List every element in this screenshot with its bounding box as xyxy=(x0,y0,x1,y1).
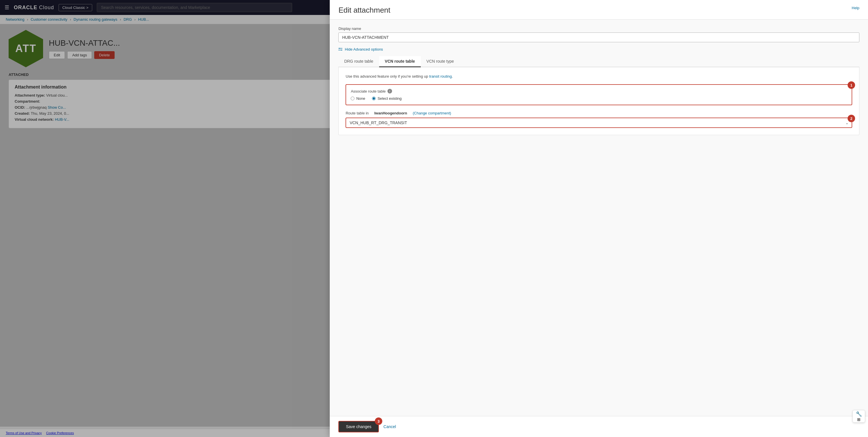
route-table-label-prefix: Route table in xyxy=(345,111,369,115)
route-table-compartment-name: IwanHoogendoorn xyxy=(374,111,407,115)
help-widget[interactable]: 🔧 ⊞ xyxy=(852,410,865,423)
route-table-select-wrapper: 2 VCN_HUB_RT_DRG_TRANSIT ⌄ xyxy=(345,118,852,128)
display-name-input[interactable] xyxy=(338,32,859,42)
help-widget-grid-icon: ⊞ xyxy=(857,417,861,422)
display-name-label: Display name xyxy=(338,26,859,31)
transit-routing-link[interactable]: transit routing xyxy=(429,74,452,79)
panel-header: Edit attachment Help xyxy=(330,0,868,20)
panel-body: Display name Hide Advanced options DRG r… xyxy=(330,20,868,416)
radio-none-label: None xyxy=(356,96,365,100)
radio-none-input[interactable] xyxy=(351,96,354,100)
associate-radio-group: None Select existing xyxy=(351,96,847,100)
help-widget-top-icon: 🔧 xyxy=(856,411,862,417)
route-table-tabs: DRG route table VCN route table VCN rout… xyxy=(338,56,859,67)
cancel-button[interactable]: Cancel xyxy=(383,424,396,427)
panel-footer: 3 Save changes Cancel xyxy=(330,416,868,427)
info-tooltip-icon[interactable]: i xyxy=(388,89,392,93)
radio-select-existing-label: Select existing xyxy=(377,96,402,100)
step-badge-2: 2 xyxy=(847,115,855,122)
sliders-icon xyxy=(338,47,343,52)
advanced-options-toggle[interactable]: Hide Advanced options xyxy=(338,47,859,52)
save-changes-button[interactable]: Save changes xyxy=(338,421,379,427)
save-button-container: 3 Save changes xyxy=(338,421,379,427)
radio-select-existing-option[interactable]: Select existing xyxy=(372,96,402,100)
route-table-label: Route table in IwanHoogendoorn (Change c… xyxy=(345,111,852,115)
step-badge-3: 3 xyxy=(375,417,382,425)
associate-route-table-label: Associate route table i xyxy=(351,89,847,93)
tab-content-vcn-route-table: Use this advanced feature only if you're… xyxy=(338,67,859,135)
tab-drg-route-table[interactable]: DRG route table xyxy=(338,56,379,67)
radio-select-existing-input[interactable] xyxy=(372,96,376,100)
edit-attachment-panel: Edit attachment Help Display name Hide A… xyxy=(330,0,868,427)
advanced-options-label: Hide Advanced options xyxy=(345,47,383,52)
tab-vcn-route-table[interactable]: VCN route table xyxy=(379,56,421,67)
tab-vcn-route-type[interactable]: VCN route type xyxy=(421,56,460,67)
route-table-select[interactable]: VCN_HUB_RT_DRG_TRANSIT xyxy=(346,118,851,127)
tab-info-text: Use this advanced feature only if you're… xyxy=(345,74,852,79)
step-badge-1: 1 xyxy=(847,81,855,89)
associate-route-table-section: 1 Associate route table i None Select ex… xyxy=(345,84,852,105)
change-compartment-link[interactable]: (Change compartment) xyxy=(413,111,451,115)
panel-title: Edit attachment xyxy=(338,6,390,14)
help-link[interactable]: Help xyxy=(851,6,859,10)
radio-none-option[interactable]: None xyxy=(351,96,365,100)
route-table-dropdown-section: Route table in IwanHoogendoorn (Change c… xyxy=(345,111,852,128)
